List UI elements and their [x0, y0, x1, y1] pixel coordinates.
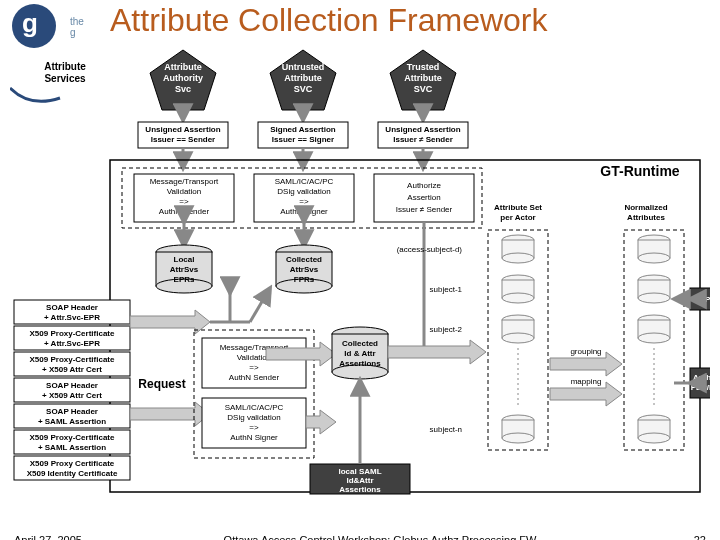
svg-text:Unsigned Assertion: Unsigned Assertion: [145, 125, 220, 134]
svg-text:Attribute: Attribute: [404, 73, 442, 83]
svg-text:X509 Proxy-Certificate: X509 Proxy-Certificate: [30, 355, 115, 364]
svg-text:=>: =>: [299, 197, 309, 206]
logo-tagline: the g: [70, 16, 84, 38]
svg-text:Assertions: Assertions: [339, 359, 381, 368]
svg-text:Local: Local: [174, 255, 195, 264]
svg-text:AuthN Signer: AuthN Signer: [280, 207, 328, 216]
svg-text:X509 Identity Certificate: X509 Identity Certificate: [27, 469, 118, 478]
svg-text:local SAML: local SAML: [338, 467, 381, 476]
svg-text:SOAP Header: SOAP Header: [46, 303, 98, 312]
request-stack: SOAP Header + Attr.Svc-EPR X509 Proxy-Ce…: [14, 300, 130, 480]
svg-text:Svc: Svc: [175, 84, 191, 94]
pentagon-untrusted: Untrusted Attribute SVC: [270, 50, 336, 110]
svg-text:(access-subject-d): (access-subject-d): [397, 245, 463, 254]
svg-text:Attributes: Attributes: [627, 213, 665, 222]
svg-text:+ Attr.Svc-EPR: + Attr.Svc-EPR: [44, 313, 100, 322]
svg-text:SOAP Header: SOAP Header: [46, 407, 98, 416]
svg-text:PEP/PDP: PEP/PDP: [691, 383, 710, 392]
svg-text:Id&Attr: Id&Attr: [346, 476, 373, 485]
svg-text:mapping: mapping: [571, 377, 602, 386]
svg-text:Unsigned Assertion: Unsigned Assertion: [385, 125, 460, 134]
svg-text:Normalized: Normalized: [624, 203, 667, 212]
valid-msg-transport: Message/Transport Validation => AuthN Se…: [134, 174, 234, 222]
svg-text:PIP…: PIP…: [698, 295, 710, 304]
svg-text:Attribute: Attribute: [44, 61, 86, 72]
svg-point-145: [638, 333, 670, 343]
svg-text:Attribute Set: Attribute Set: [494, 203, 542, 212]
svg-text:Services: Services: [44, 73, 86, 84]
svg-text:Id & Attr: Id & Attr: [344, 349, 375, 358]
mid-msg-transport: Message/Transport Validation => AuthN Se…: [202, 338, 306, 388]
svg-text:AttrSvs: AttrSvs: [170, 265, 199, 274]
svg-point-121: [502, 293, 534, 303]
svg-marker-113: [388, 340, 486, 364]
svg-text:EPRs: EPRs: [174, 275, 195, 284]
svg-text:AuthN Sender: AuthN Sender: [229, 373, 280, 382]
pentagon-attr-authority: Attribute Authority Svc: [150, 50, 216, 110]
svg-line-84: [250, 288, 270, 322]
cyl-collected-epr: Collected AttrSvs FPRs: [276, 245, 332, 293]
box-authz: Authz… PEP/PDP: [690, 368, 710, 398]
valid-authorize: Authorize Assertion Issuer ≠ Sender: [374, 174, 474, 222]
globus-logo: g the g: [12, 4, 56, 48]
svg-text:Issuer == Signer: Issuer == Signer: [272, 135, 334, 144]
svg-text:Trusted: Trusted: [407, 62, 440, 72]
svg-text:Request: Request: [138, 377, 185, 391]
pentagon-trusted: Trusted Attribute SVC: [390, 50, 456, 110]
svg-text:Assertion: Assertion: [407, 193, 440, 202]
svg-marker-97: [306, 410, 336, 434]
svg-text:+ X509 Attr Cert: + X509 Attr Cert: [42, 391, 102, 400]
svg-text:+ SAML Assertion: + SAML Assertion: [38, 417, 106, 426]
svg-text:subject-2: subject-2: [430, 325, 463, 334]
svg-text:DSig validation: DSig validation: [227, 413, 280, 422]
footer-page: 22: [694, 534, 706, 540]
footer-title: Ottawa Access Control Workshop: Globus A…: [150, 534, 610, 540]
svg-text:SVC: SVC: [414, 84, 433, 94]
svg-text:+ SAML Assertion: + SAML Assertion: [38, 443, 106, 452]
svg-text:Attribute: Attribute: [284, 73, 322, 83]
svg-text:X509 Proxy-Certificate: X509 Proxy-Certificate: [30, 329, 115, 338]
svg-text:Assertions: Assertions: [339, 485, 381, 494]
svg-text:subject-n: subject-n: [430, 425, 462, 434]
svg-text:Signed Assertion: Signed Assertion: [270, 125, 336, 134]
svg-point-139: [638, 253, 670, 263]
svg-text:X509 Proxy-Certificate: X509 Proxy-Certificate: [30, 433, 115, 442]
subject-cylinders: (access-subject-d) subject-1 subject-2 s…: [397, 235, 534, 443]
assert-unsigned-sender: Unsigned Assertion Issuer == Sender: [138, 122, 228, 148]
svg-point-117: [502, 253, 534, 263]
svg-text:=>: =>: [249, 423, 259, 432]
svg-text:Attribute: Attribute: [164, 62, 202, 72]
svg-text:Validation: Validation: [167, 187, 202, 196]
assert-unsigned-notsender: Unsigned Assertion Issuer ≠ Sender: [378, 122, 468, 148]
svg-text:grouping: grouping: [570, 347, 601, 356]
svg-text:Authz…: Authz…: [693, 373, 710, 382]
svg-text:AuthN Sender: AuthN Sender: [159, 207, 210, 216]
svg-text:=>: =>: [249, 363, 259, 372]
svg-text:Authorize: Authorize: [407, 181, 441, 190]
svg-text:subject-1: subject-1: [430, 285, 463, 294]
svg-text:Untrusted: Untrusted: [282, 62, 325, 72]
svg-point-129: [502, 433, 534, 443]
cyl-collected-assertions: Collected Id & Attr Assertions: [332, 327, 388, 379]
svg-text:+ X509 Attr Cert: + X509 Attr Cert: [42, 365, 102, 374]
slide-title: Attribute Collection Framework: [110, 2, 547, 39]
svg-text:per Actor: per Actor: [500, 213, 535, 222]
framework-diagram: Attribute Services Attribute Authority S…: [10, 48, 710, 498]
logo-letter: g: [22, 8, 38, 39]
svg-point-142: [638, 293, 670, 303]
svg-text:X509 Proxy Certificate: X509 Proxy Certificate: [30, 459, 115, 468]
box-pip: PIP…: [690, 288, 710, 310]
svg-point-148: [638, 433, 670, 443]
svg-text:=>: =>: [179, 197, 189, 206]
assert-signed: Signed Assertion Issuer == Signer: [258, 122, 348, 148]
logo-circle: g: [12, 4, 56, 48]
svg-text:+ Attr.Svc-EPR: + Attr.Svc-EPR: [44, 339, 100, 348]
svg-text:SAML/IC/AC/PC: SAML/IC/AC/PC: [225, 403, 284, 412]
svg-text:AttrSvs: AttrSvs: [290, 265, 319, 274]
box-local-saml: local SAML Id&Attr Assertions: [310, 464, 410, 494]
svg-text:Message/Transport: Message/Transport: [150, 177, 219, 186]
svg-text:SVC: SVC: [294, 84, 313, 94]
cyl-local-epr: Local AttrSvs EPRs: [156, 245, 212, 293]
svg-text:FPRs: FPRs: [294, 275, 315, 284]
svg-text:Collected: Collected: [286, 255, 322, 264]
